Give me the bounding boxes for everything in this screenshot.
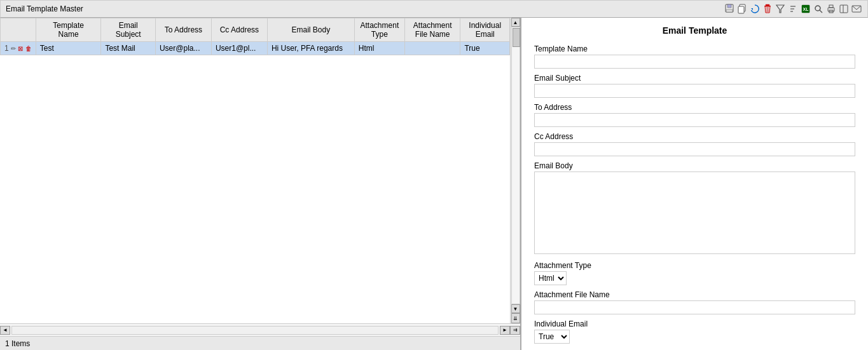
row-num-cell: 1 ✏ ⊠ 🗑 [1,42,36,55]
cell-attachmentFileName [404,42,460,55]
email-subject-label: Email Subject [534,74,855,83]
template-name-input[interactable] [534,55,855,69]
svg-rect-19 [829,5,833,8]
horizontal-scrollbar[interactable] [11,326,499,335]
email-subject-input[interactable] [534,84,855,98]
table-row[interactable]: 1 ✏ ⊠ 🗑TestTest MailUser@pla...User1@pl.… [1,42,510,55]
svg-rect-1 [727,4,731,8]
scroll-double-down[interactable]: ⇊ [511,313,520,323]
svg-rect-21 [840,5,848,13]
filter-button[interactable] [775,3,786,15]
columns-button[interactable] [838,3,850,15]
svg-point-16 [815,6,820,11]
col-header-attachment-type[interactable]: AttachmentType [354,18,404,42]
cell-attachmentType: Html [354,42,404,55]
row-edit-icon[interactable]: ✏ [11,45,16,52]
cc-address-group: Cc Address [534,132,855,156]
print-button[interactable] [825,3,837,15]
scroll-double-right[interactable]: ⇉ [510,326,520,335]
to-address-input[interactable] [534,113,855,127]
refresh-button[interactable] [749,3,761,15]
cell-templateName: Test [36,42,101,55]
col-header-rownum [1,18,36,42]
scroll-down-button[interactable]: ▼ [511,304,520,313]
cc-address-input[interactable] [534,142,855,156]
sort-button[interactable] [787,3,799,15]
app-container: Email Template Master XL [0,0,868,350]
svg-rect-2 [726,10,733,12]
col-header-to-address[interactable]: To Address [155,18,211,42]
scroll-right-button[interactable]: ► [500,326,510,335]
col-header-email-body[interactable]: Email Body [267,18,354,42]
row-copy-icon[interactable]: ⊠ [18,45,23,52]
copy-button[interactable] [736,3,748,15]
data-grid: TemplateName EmailSubject To Address Cc … [0,18,510,55]
delete-button[interactable] [762,3,773,15]
status-text: 1 Items [5,339,30,348]
svg-text:XL: XL [803,7,809,11]
toolbar: XL [724,3,862,15]
scroll-thumb[interactable] [513,28,520,47]
col-header-attachment-file-name[interactable]: AttachmentFile Name [404,18,460,42]
col-header-template-name[interactable]: TemplateName [36,18,101,42]
to-address-group: To Address [534,103,855,127]
grid-table-wrap: TemplateName EmailSubject To Address Cc … [0,18,510,323]
attachment-file-name-group: Attachment File Name [534,290,855,314]
main-content: TemplateName EmailSubject To Address Cc … [0,18,868,350]
attachment-type-select[interactable]: Html [534,271,567,285]
email-body-group: Email Body [534,161,855,256]
individual-email-select[interactable]: True False [534,330,570,344]
attachment-file-name-input[interactable] [534,300,855,314]
cell-toAddress: User@pla... [155,42,211,55]
svg-rect-4 [738,6,744,13]
status-bar: 1 Items [0,336,520,350]
cc-address-label: Cc Address [534,132,855,141]
svg-rect-6 [766,4,769,6]
row-number: 1 [4,44,9,53]
email-body-textarea[interactable] [534,172,855,254]
save-button[interactable] [724,3,735,15]
cell-emailSubject: Test Mail [101,42,156,55]
email-subject-group: Email Subject [534,74,855,98]
attachment-type-label: Attachment Type [534,261,855,270]
app-title: Email Template Master [6,4,83,13]
scroll-up-button[interactable]: ▲ [511,18,520,27]
col-header-email-subject[interactable]: EmailSubject [101,18,156,42]
svg-line-17 [820,10,822,13]
right-panel: Email Template Template Name Email Subje… [521,18,868,350]
scroll-track[interactable] [511,27,520,304]
svg-marker-5 [751,8,753,10]
left-panel: TemplateName EmailSubject To Address Cc … [0,18,521,350]
template-name-label: Template Name [534,44,855,53]
search-button[interactable] [813,3,824,15]
template-name-group: Template Name [534,44,855,69]
svg-marker-10 [776,5,784,13]
cell-individualEmail: True [460,42,510,55]
vertical-scrollbar[interactable]: ▲ ▼ ⇊ [510,18,520,323]
cell-emailBody: Hi User, PFA regards [267,42,354,55]
title-bar: Email Template Master XL [0,0,868,18]
grid-header-row: TemplateName EmailSubject To Address Cc … [1,18,510,42]
scroll-left-button[interactable]: ◄ [0,326,10,335]
attachment-type-group: Attachment Type Html [534,261,855,285]
email-body-label: Email Body [534,161,855,170]
individual-email-group: Individual Email True False [534,320,855,344]
individual-email-label: Individual Email [534,320,855,328]
row-delete-icon[interactable]: 🗑 [25,45,32,52]
grid-scroll-area: TemplateName EmailSubject To Address Cc … [0,18,520,323]
form-title: Email Template [534,25,855,36]
grid-bottom: ◄ ► ⇉ [0,323,520,336]
col-header-individual-email[interactable]: IndividualEmail [460,18,510,42]
attachment-file-name-label: Attachment File Name [534,290,855,299]
cell-ccAddress: User1@pl... [211,42,267,55]
email-button[interactable] [851,3,862,15]
col-header-cc-address[interactable]: Cc Address [211,18,267,42]
to-address-label: To Address [534,103,855,112]
export-button[interactable]: XL [800,3,811,15]
